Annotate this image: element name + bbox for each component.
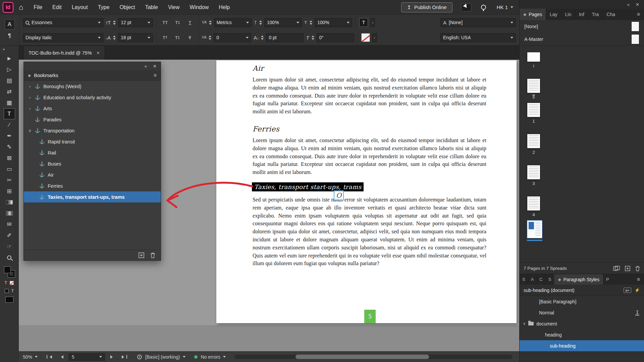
menu-table[interactable]: Table xyxy=(140,4,163,10)
new-page-icon[interactable] xyxy=(625,266,630,271)
close-icon[interactable]: ✕ xyxy=(153,64,157,69)
kerning-stepper[interactable] xyxy=(209,19,212,26)
panel-menu-icon[interactable]: ≡ xyxy=(633,274,644,285)
bookmarks-panel-tab[interactable]: ◈ Bookmarks ≡ xyxy=(24,70,161,81)
workspace-switcher[interactable]: HK 1 xyxy=(497,4,513,10)
free-transform-tool[interactable]: ⊞ xyxy=(4,186,15,197)
page-thumbnail[interactable] xyxy=(527,134,540,148)
horizontal-scale-field[interactable]: 100% xyxy=(315,18,352,27)
character-style-field[interactable]: A [None] xyxy=(440,18,516,27)
collapse-panels-icon[interactable]: « xyxy=(627,2,630,7)
tracking-field[interactable]: 0 xyxy=(214,33,251,42)
superscript-button[interactable]: T1 xyxy=(172,18,182,27)
collapse-caret-icon[interactable]: ∨ xyxy=(28,128,32,133)
hand-tool[interactable]: ☞ xyxy=(4,241,15,252)
collapse-caret-icon[interactable]: ∨ xyxy=(523,321,526,326)
gradient-tool[interactable] xyxy=(4,197,15,208)
tab-info[interactable]: Inf xyxy=(575,9,588,20)
close-icon[interactable]: ✕ xyxy=(636,2,639,7)
scissors-tool[interactable]: ✂ xyxy=(4,175,15,186)
master-a-row[interactable]: A-Master xyxy=(520,33,644,46)
leading-stepper[interactable] xyxy=(113,34,116,41)
next-page-button[interactable] xyxy=(108,355,116,359)
expand-caret-icon[interactable]: › xyxy=(28,84,32,89)
page-tool[interactable]: ▤ xyxy=(4,75,15,86)
note-tool[interactable]: ✉ xyxy=(4,219,15,230)
bookmark-item[interactable]: ⚓ Ferries xyxy=(24,180,161,191)
learn-icon[interactable] xyxy=(480,4,487,11)
bookmark-item[interactable]: ⚓ Parades xyxy=(24,114,161,125)
style-group-document[interactable]: ∨ document xyxy=(520,318,644,329)
baseline-shift-field[interactable]: 0 pt xyxy=(266,33,304,42)
tab-preflight[interactable]: P xyxy=(603,274,612,285)
character-color-swatch[interactable]: T xyxy=(359,18,368,27)
font-style-field[interactable]: Display Italic xyxy=(23,33,103,42)
menu-edit[interactable]: Edit xyxy=(47,4,67,10)
line-tool[interactable]: ∕ xyxy=(4,119,15,130)
leading-field[interactable]: 18 pt xyxy=(118,33,153,42)
menu-help[interactable]: Help xyxy=(214,4,235,10)
expand-caret-icon[interactable]: › xyxy=(28,95,32,100)
selection-tool[interactable]: ► xyxy=(4,53,15,64)
lightning-icon[interactable]: ⚡ xyxy=(635,288,640,293)
tab-character[interactable]: Cha xyxy=(603,9,619,20)
tab-links[interactable]: Lin xyxy=(561,9,576,20)
new-bookmark-icon[interactable] xyxy=(139,252,144,258)
page-thumbnail[interactable] xyxy=(527,78,540,93)
text-color-toggle[interactable]: T xyxy=(11,289,14,293)
gradient-feather-tool[interactable] xyxy=(4,208,15,219)
menu-file[interactable]: File xyxy=(29,4,47,10)
style-item[interactable]: Normal ↧ xyxy=(520,307,644,318)
tab-layers[interactable]: Lay xyxy=(546,9,561,20)
default-fill-stroke-icon[interactable] xyxy=(5,289,9,293)
delete-bookmark-trash-icon[interactable] xyxy=(150,252,155,258)
horizontal-scrollbar-thumb[interactable] xyxy=(296,355,429,359)
fill-stroke-widget[interactable] xyxy=(4,266,15,277)
preflight-clock-icon[interactable] xyxy=(137,355,142,359)
tab-transparency[interactable]: Tra xyxy=(588,9,603,20)
delete-page-trash-icon[interactable] xyxy=(635,266,640,271)
collapse-panel-icon[interactable]: « xyxy=(145,64,147,69)
last-page-button[interactable] xyxy=(120,355,129,359)
menu-view[interactable]: View xyxy=(163,4,184,10)
bookmark-item-selected[interactable]: ⚓ Taxies, transport start-ups, trams xyxy=(24,191,161,202)
bookmark-item[interactable]: › ⚓ Education and scholarly activity xyxy=(24,92,161,103)
language-field[interactable]: English: USA xyxy=(440,33,516,42)
master-none-row[interactable]: [None] xyxy=(520,20,644,33)
panel-menu-icon[interactable]: ≡ xyxy=(154,72,157,78)
page-thumbnail[interactable] xyxy=(527,165,540,180)
vertical-scale-stepper[interactable] xyxy=(259,19,262,26)
skew-field[interactable]: 0° xyxy=(317,33,354,42)
tab-align[interactable]: A xyxy=(528,274,537,285)
pointer-panel-icon[interactable] xyxy=(461,3,471,11)
apply-color-button[interactable] xyxy=(5,297,13,303)
tab-color[interactable]: C xyxy=(537,274,545,285)
style-item-selected[interactable]: sub-heading xyxy=(520,340,644,351)
font-size-stepper[interactable] xyxy=(113,19,116,26)
tracking-stepper[interactable] xyxy=(209,34,211,41)
vertical-scale-field[interactable]: 100% xyxy=(264,18,302,27)
underline-button[interactable]: T xyxy=(185,18,195,27)
page-thumbnail[interactable] xyxy=(527,103,540,117)
type-tool[interactable]: T xyxy=(4,108,15,119)
bookmark-item[interactable]: ⚓ Rail xyxy=(24,147,161,158)
font-family-field[interactable]: Essonnes xyxy=(23,18,103,27)
rectangle-tool[interactable]: ▭ xyxy=(4,164,15,175)
font-size-field[interactable]: 12 pt xyxy=(118,18,153,27)
page-number-field[interactable]: 5 xyxy=(69,353,105,361)
subscript-button[interactable]: T1 xyxy=(172,33,182,42)
menu-layout[interactable]: Layout xyxy=(67,4,93,10)
formatting-affects-text-button[interactable]: T xyxy=(5,281,7,285)
all-caps-button[interactable]: TT xyxy=(160,18,170,27)
menu-object[interactable]: Object xyxy=(114,4,140,10)
page-thumbnail[interactable] xyxy=(527,52,540,62)
paragraph-formatting-toggle[interactable]: ¶ xyxy=(5,31,15,41)
tab-pages[interactable]: ◈ Pages xyxy=(520,9,546,20)
redefine-style-icon[interactable]: a+ xyxy=(624,288,631,293)
direct-selection-tool[interactable]: ▷ xyxy=(4,64,15,75)
tab-swatches[interactable]: S xyxy=(520,274,528,285)
bookmark-item[interactable]: ∨ ⚓ Transportation xyxy=(24,125,161,136)
kerning-field[interactable]: Metrics xyxy=(214,18,252,27)
previous-page-button[interactable] xyxy=(57,355,65,359)
style-item[interactable]: heading xyxy=(520,329,644,340)
